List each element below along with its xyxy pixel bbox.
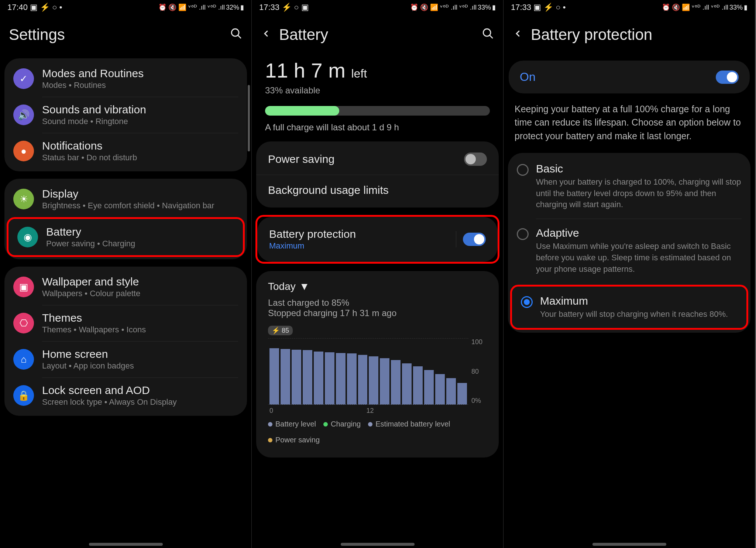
time-left-main: 11 h 7 m [265, 59, 351, 82]
legend-label: Charging [331, 420, 361, 428]
chart-bar [402, 363, 412, 405]
chart-bar [303, 350, 312, 405]
settings-group: ✓Modes and RoutinesModes • Routines🔊Soun… [4, 58, 247, 171]
chart-bar [347, 353, 357, 405]
chart-bar [391, 360, 401, 405]
option-desc: Use Maximum while you're asleep and swit… [536, 241, 742, 275]
chart-bar [446, 378, 456, 405]
y-label-100: 100 [471, 338, 487, 346]
option-title: Maximum [540, 295, 728, 307]
chart-bar [435, 374, 445, 405]
status-battery-pct: 32% [226, 4, 239, 11]
settings-item-sounds-and-vibration[interactable]: 🔊Sounds and vibrationSound mode • Ringto… [4, 97, 247, 133]
item-title: Home screen [42, 348, 238, 360]
divider [456, 231, 456, 247]
chart-bar [380, 358, 389, 405]
battery-icon: ▮ [240, 3, 244, 11]
protection-option-basic[interactable]: BasicWhen your battery is charged to 100… [508, 154, 750, 219]
item-title: Lock screen and AOD [42, 384, 238, 397]
page-title: Battery protection [531, 26, 746, 44]
battery-protection-sub: Maximum [269, 241, 356, 251]
legend-label: Battery level [275, 420, 316, 428]
power-saving-toggle[interactable] [464, 153, 487, 166]
settings-item-lock-screen-and-aod[interactable]: 🔒Lock screen and AODScreen lock type • A… [4, 377, 247, 414]
search-icon[interactable] [230, 27, 243, 42]
time-left-suffix: left [351, 67, 367, 80]
today-card: Today ▼ Last charged to 85% Stopped char… [256, 271, 499, 458]
option-desc: When your battery is charged to 100%, ch… [536, 177, 742, 210]
option-title: Basic [536, 162, 742, 175]
themes-icon: ⎔ [13, 313, 34, 333]
battery-chart[interactable]: 100 80 0% [268, 338, 487, 405]
item-title: Sounds and vibration [42, 103, 238, 116]
master-toggle[interactable] [716, 71, 739, 84]
settings-item-wallpaper-and-style[interactable]: ▣Wallpaper and styleWallpapers • Colour … [4, 269, 247, 305]
svg-line-3 [489, 35, 493, 38]
protection-option-adaptive[interactable]: AdaptiveUse Maximum while you're asleep … [508, 219, 750, 283]
y-label-0: 0% [471, 397, 487, 405]
background-usage-label: Background usage limits [268, 184, 389, 196]
search-icon[interactable] [482, 27, 494, 42]
svg-line-1 [238, 35, 241, 38]
status-battery-pct: 33% [478, 4, 491, 11]
protection-options-card: BasicWhen your battery is charged to 100… [508, 153, 750, 333]
radio-button[interactable] [517, 164, 529, 176]
screen-settings: 17:40 ▣ ⚡ ○ • ⏰ 🔇 📶 ᵛᵒᴰ .ıll ᵛᵒᴰ .ıll 32… [0, 0, 252, 548]
charge-chip: ⚡ 85 [268, 326, 293, 335]
svg-point-0 [231, 29, 239, 36]
status-battery-pct: 33% [729, 4, 743, 11]
item-subtitle: Power saving • Charging [46, 239, 234, 249]
settings-item-display[interactable]: ☀DisplayBrightness • Eye comfort shield … [4, 181, 247, 217]
on-label: On [520, 70, 536, 84]
item-title: Modes and Routines [42, 67, 238, 80]
legend-item: Power saving [268, 436, 320, 444]
nav-handle[interactable] [341, 543, 415, 546]
legend-dot-icon [268, 438, 272, 442]
chevron-down-icon: ▼ [299, 281, 310, 292]
background-usage-row[interactable]: Background usage limits [256, 175, 499, 205]
stopped-charging: Stopped charging 17 h 31 m ago [268, 308, 487, 318]
power-saving-row[interactable]: Power saving [256, 144, 499, 175]
page-title: Battery [279, 26, 474, 44]
item-subtitle: Brightness • Eye comfort shield • Naviga… [42, 201, 238, 210]
screen-battery-protection: 17:33 ▣ ⚡ ○ • ⏰ 🔇 📶 ᵛᵒᴰ .ıll ᵛᵒᴰ .ıll 33… [504, 0, 755, 548]
back-icon[interactable] [261, 27, 272, 42]
protection-option-maximum[interactable]: MaximumYour battery will stop charging w… [512, 287, 746, 328]
today-dropdown[interactable]: Today ▼ [268, 281, 487, 292]
x-label-12: 12 [366, 407, 374, 415]
scrollbar[interactable] [248, 85, 250, 151]
item-title: Notifications [42, 140, 238, 152]
status-time: 17:33 [511, 3, 531, 12]
settings-item-themes[interactable]: ⎔ThemesThemes • Wallpapers • Icons [4, 305, 247, 341]
item-subtitle: Wallpapers • Colour palette [42, 289, 238, 298]
settings-item-battery[interactable]: ◉BatteryPower saving • Charging [8, 219, 243, 255]
nav-handle[interactable] [592, 543, 666, 546]
battery-protection-row[interactable]: Battery protection Maximum [257, 219, 498, 260]
option-desc: Your battery will stop charging when it … [540, 309, 728, 320]
back-icon[interactable] [512, 27, 523, 42]
radio-button[interactable] [517, 228, 529, 240]
chart-bar [325, 352, 334, 405]
item-title: Battery [46, 226, 234, 238]
battery-protection-toggle[interactable] [463, 233, 486, 246]
item-title: Display [42, 188, 238, 200]
screen-battery: 17:33 ⚡ ○ ▣ ⏰ 🔇 📶 ᵛᵒᴰ .ıll ᵛᵒᴰ .ıll 33% … [252, 0, 504, 548]
nav-handle[interactable] [89, 543, 163, 546]
y-label-80: 80 [471, 368, 487, 376]
settings-item-home-screen[interactable]: ⌂Home screenLayout • App icon badges [4, 341, 247, 377]
legend-dot-icon [268, 422, 272, 427]
settings-item-modes-and-routines[interactable]: ✓Modes and RoutinesModes • Routines [4, 61, 247, 97]
legend-item: Battery level [268, 420, 316, 428]
home-screen-icon: ⌂ [13, 349, 34, 370]
settings-item-notifications[interactable]: ●NotificationsStatus bar • Do not distur… [4, 133, 247, 169]
item-subtitle: Themes • Wallpapers • Icons [42, 325, 238, 335]
item-subtitle: Sound mode • Ringtone [42, 117, 238, 126]
radio-button[interactable] [521, 296, 533, 308]
chart-bar [369, 356, 378, 405]
battery-summary[interactable]: 11 h 7 m left 33% available A full charg… [252, 58, 503, 141]
item-subtitle: Layout • App icon badges [42, 361, 238, 371]
legend-item: Charging [323, 420, 361, 428]
power-options-card: Power saving Background usage limits [256, 141, 499, 208]
notifications-icon: ● [13, 141, 34, 161]
master-toggle-card[interactable]: On [509, 61, 750, 93]
